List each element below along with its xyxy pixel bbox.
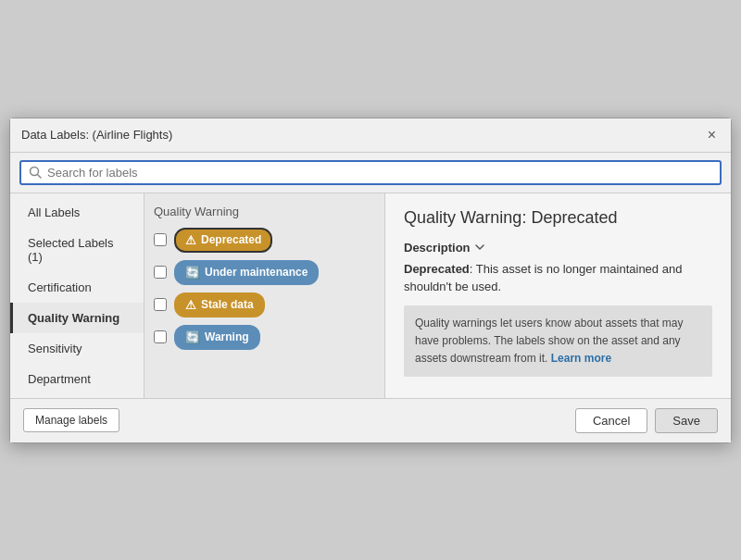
footer: Manage labels Cancel Save: [10, 398, 731, 442]
titlebar: Data Labels: (Airline Flights) ×: [10, 118, 731, 153]
list-item: 🔄 Warning: [154, 325, 375, 350]
description-header[interactable]: Description: [404, 241, 712, 255]
list-item: 🔄 Under maintenance: [154, 260, 375, 285]
search-input[interactable]: [47, 166, 712, 180]
dialog-body: All Labels Selected Labels (1) Certifica…: [10, 193, 731, 398]
warning-icon: 🔄: [185, 330, 200, 344]
close-button[interactable]: ×: [704, 126, 720, 144]
save-button[interactable]: Save: [655, 408, 718, 433]
search-icon: [29, 166, 42, 179]
under-maintenance-badge[interactable]: 🔄 Under maintenance: [174, 260, 319, 285]
detail-panel: Quality Warning: Deprecated Description …: [385, 193, 731, 398]
learn-more-link[interactable]: Learn more: [551, 352, 611, 365]
sidebar-item-certification[interactable]: Certification: [10, 272, 144, 303]
stale-data-badge[interactable]: ⚠ Stale data: [174, 292, 265, 317]
dialog-title: Data Labels: (Airline Flights): [21, 128, 172, 142]
search-input-wrapper: [19, 160, 722, 185]
cancel-button[interactable]: Cancel: [575, 408, 647, 433]
sidebar-item-quality-warning[interactable]: Quality Warning: [10, 303, 144, 333]
stale-data-checkbox[interactable]: [154, 298, 167, 311]
deprecated-icon: ⚠: [185, 233, 196, 247]
svg-line-1: [38, 175, 42, 179]
sidebar-item-selected-labels[interactable]: Selected Labels (1): [10, 228, 144, 272]
labels-panel: Quality Warning ⚠ Deprecated 🔄 Under mai…: [144, 193, 385, 398]
description-text: Deprecated: This asset is no longer main…: [404, 260, 712, 296]
footer-actions: Cancel Save: [575, 408, 718, 433]
warning-badge[interactable]: 🔄 Warning: [174, 325, 260, 350]
deprecated-badge[interactable]: ⚠ Deprecated: [174, 228, 272, 253]
list-item: ⚠ Deprecated: [154, 228, 375, 253]
deprecated-checkbox[interactable]: [154, 233, 167, 246]
under-maintenance-checkbox[interactable]: [154, 266, 167, 279]
warning-checkbox[interactable]: [154, 330, 167, 343]
sidebar-item-all-labels[interactable]: All Labels: [10, 197, 144, 228]
under-maintenance-icon: 🔄: [185, 266, 200, 280]
detail-title: Quality Warning: Deprecated: [404, 208, 712, 228]
dialog: Data Labels: (Airline Flights) × All Lab…: [9, 118, 732, 443]
sidebar-item-department[interactable]: Department: [10, 364, 144, 394]
sidebar-item-sensitivity[interactable]: Sensitivity: [10, 333, 144, 364]
sidebar: All Labels Selected Labels (1) Certifica…: [10, 193, 144, 398]
manage-labels-button[interactable]: Manage labels: [23, 408, 119, 432]
search-bar: [10, 153, 731, 193]
chevron-down-icon: [474, 242, 485, 253]
labels-section-title: Quality Warning: [154, 205, 375, 218]
info-box: Quality warnings let users know about as…: [404, 305, 712, 378]
stale-data-icon: ⚠: [185, 298, 196, 312]
list-item: ⚠ Stale data: [154, 292, 375, 317]
